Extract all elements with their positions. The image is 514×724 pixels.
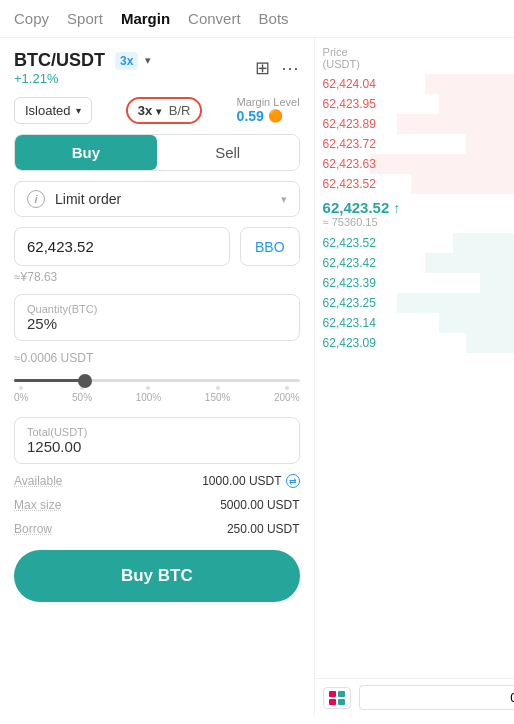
slider-tick-200: 200%	[274, 386, 300, 403]
sell-price-5: 62,423.63	[323, 157, 393, 171]
price-input[interactable]	[14, 227, 230, 266]
qty-label: Quantity(BTC)	[27, 303, 287, 315]
buy-price-2: 62,423.42	[323, 256, 393, 270]
approx-usdt: ≈0.0006 USDT	[14, 351, 300, 365]
ob-price-header: Price (USDT)	[323, 46, 360, 70]
svg-rect-0	[329, 691, 336, 697]
account-type-arrow: ▾	[76, 105, 81, 116]
main-layout: BTC/USDT 3x ▾ +1.21% ⊞ ··· Isloated ▾ 3x…	[0, 38, 514, 716]
ob-layout-icon[interactable]	[323, 687, 351, 709]
slider-tick-50: 50%	[72, 386, 92, 403]
slider-track	[14, 379, 300, 382]
nav-bots[interactable]: Bots	[259, 10, 289, 27]
margin-level-number: 0.59	[237, 108, 264, 124]
slider-thumb[interactable]	[78, 374, 92, 388]
sell-price-4: 62,423.72	[323, 137, 393, 151]
order-type-label: Limit order	[55, 191, 271, 207]
leverage-badge[interactable]: 3x	[115, 52, 138, 70]
buy-orders: 62,423.52 1.0279 62,423.42 1.0279 62,423…	[315, 233, 514, 353]
ob-mid-price[interactable]: 62,423.52	[323, 199, 390, 216]
buy-order-2[interactable]: 62,423.42 1.0279	[315, 253, 514, 273]
nav-convert[interactable]: Convert	[188, 10, 241, 27]
buy-order-3[interactable]: 62,423.39 1.0279	[315, 273, 514, 293]
buy-price-6: 62,423.09	[323, 336, 393, 350]
available-label: Available	[14, 474, 62, 488]
maxsize-label: Max size	[14, 498, 61, 512]
nav-copy[interactable]: Copy	[14, 10, 49, 27]
leverage-label: 3x ▾	[138, 103, 161, 118]
buy-order-4[interactable]: 62,423.25 1.0279	[315, 293, 514, 313]
available-amount: 1000.00 USDT	[202, 474, 281, 488]
pair-info: BTC/USDT 3x ▾ +1.21%	[14, 50, 151, 86]
price-row: BBO	[14, 227, 300, 266]
sell-price-1: 62,424.04	[323, 77, 393, 91]
buy-price-5: 62,423.14	[323, 316, 393, 330]
controls-row: Isloated ▾ 3x ▾ B/R Margin Level 0.59 🟠	[14, 96, 300, 124]
sell-orders: 62,424.04 1.0279 62,423.95 1.0279 62,423…	[315, 74, 514, 194]
sell-price-2: 62,423.95	[323, 97, 393, 111]
leverage-arrow: ▾	[156, 106, 161, 117]
orderbook-header: Price (USDT) Amount (BTC)	[315, 46, 514, 74]
buy-order-1[interactable]: 62,423.52 1.0279	[315, 233, 514, 253]
buy-btc-button[interactable]: Buy BTC	[14, 550, 300, 602]
margin-level-label: Margin Level	[237, 96, 300, 108]
ob-amount-input[interactable]	[359, 685, 514, 710]
ob-bottom-row: ▼	[315, 678, 514, 716]
nav-sport[interactable]: Sport	[67, 10, 103, 27]
more-icon[interactable]: ···	[282, 58, 300, 79]
ob-mid: 62,423.52 ↑ ≈ 75360.15 ›	[315, 194, 514, 233]
sell-order-6[interactable]: 62,423.52 1.0279	[315, 174, 514, 194]
maxsize-value: 5000.00 USDT	[220, 498, 299, 512]
quantity-section: Quantity(BTC) 25%	[14, 294, 300, 341]
columns-icon[interactable]: ⊞	[255, 57, 270, 79]
buy-tab[interactable]: Buy	[15, 135, 157, 170]
slider-container: 0% 50% 100% 150% 200%	[14, 375, 300, 407]
pair-title: BTC/USDT	[14, 50, 105, 71]
buy-price-4: 62,423.25	[323, 296, 393, 310]
total-section: Total(USDT) 1250.00	[14, 417, 300, 464]
ob-mid-arrow-icon: ↑	[393, 200, 400, 216]
pair-header: BTC/USDT 3x ▾ +1.21% ⊞ ···	[14, 50, 300, 86]
sell-order-1[interactable]: 62,424.04 1.0279	[315, 74, 514, 94]
bbo-button[interactable]: BBO	[240, 227, 300, 266]
sell-order-3[interactable]: 62,423.89 1.0279	[315, 114, 514, 134]
slider-labels: 0% 50% 100% 150% 200%	[14, 386, 300, 403]
right-panel: Price (USDT) Amount (BTC) 62,424.04 1.02…	[315, 38, 514, 716]
leverage-value: 3x	[138, 103, 152, 118]
order-type-row[interactable]: i Limit order ▾	[14, 181, 300, 217]
header-icons: ⊞ ···	[255, 57, 300, 79]
gauge-icon: 🟠	[268, 109, 283, 123]
top-navigation: Copy Sport Margin Convert Bots	[0, 0, 514, 38]
svg-rect-2	[329, 699, 336, 705]
borrow-label: Borrow	[14, 522, 52, 536]
sell-tab[interactable]: Sell	[157, 135, 299, 170]
left-panel: BTC/USDT 3x ▾ +1.21% ⊞ ··· Isloated ▾ 3x…	[0, 38, 315, 716]
account-type-select[interactable]: Isloated ▾	[14, 97, 92, 124]
buy-price-1: 62,423.52	[323, 236, 393, 250]
nav-margin[interactable]: Margin	[121, 10, 170, 27]
buy-order-5[interactable]: 62,423.14 1.0279	[315, 313, 514, 333]
approx-yen: ≈¥78.63	[14, 270, 300, 284]
br-label: B/R	[169, 103, 191, 118]
order-info-icon: i	[27, 190, 45, 208]
buy-sell-tabs: Buy Sell	[14, 134, 300, 171]
ob-mid-price-col: 62,423.52 ↑ ≈ 75360.15	[323, 199, 401, 228]
sell-order-2[interactable]: 62,423.95 1.0279	[315, 94, 514, 114]
ob-mid-approx: ≈ 75360.15	[323, 216, 401, 228]
leverage-br-group[interactable]: 3x ▾ B/R	[126, 97, 203, 124]
sell-order-4[interactable]: 62,423.72 1.0279	[315, 134, 514, 154]
buy-order-6[interactable]: 62,423.09 1.0279	[315, 333, 514, 353]
buy-price-3: 62,423.39	[323, 276, 393, 290]
svg-rect-1	[338, 691, 345, 697]
qty-value: 25%	[27, 315, 287, 332]
margin-level-group: Margin Level 0.59 🟠	[237, 96, 300, 124]
sell-order-5[interactable]: 62,423.63 1.0279	[315, 154, 514, 174]
transfer-icon[interactable]: ⇄	[286, 474, 300, 488]
available-row: Available 1000.00 USDT ⇄	[14, 474, 300, 488]
margin-level-value: 0.59 🟠	[237, 108, 300, 124]
price-change: +1.21%	[14, 71, 151, 86]
available-value: 1000.00 USDT ⇄	[202, 474, 299, 488]
borrow-value: 250.00 USDT	[227, 522, 300, 536]
pair-dropdown-arrow[interactable]: ▾	[145, 54, 151, 67]
order-type-arrow: ▾	[281, 193, 287, 206]
